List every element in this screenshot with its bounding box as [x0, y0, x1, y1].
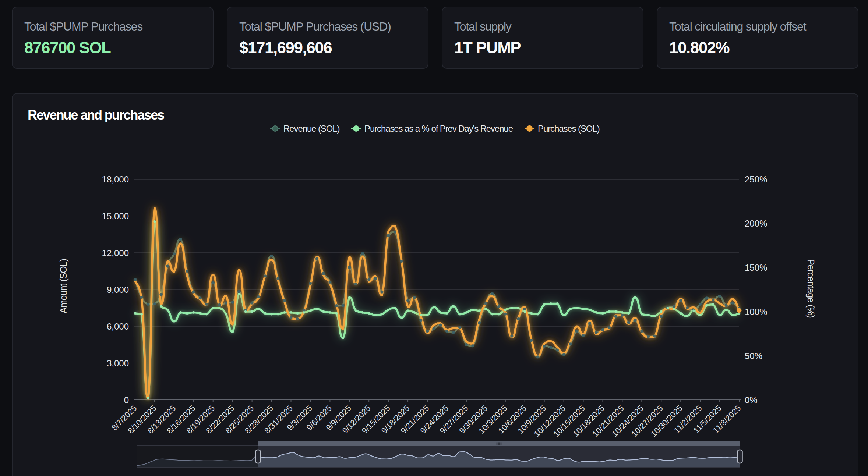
svg-text:Amount (SOL): Amount (SOL)	[58, 259, 68, 313]
svg-text:Revenue (SOL): Revenue (SOL)	[283, 124, 340, 134]
svg-text:6,000: 6,000	[107, 322, 129, 331]
svg-text:15,000: 15,000	[102, 211, 129, 221]
svg-text:9,000: 9,000	[107, 285, 129, 295]
svg-text:200%: 200%	[745, 219, 767, 228]
svg-text:150%: 150%	[745, 263, 767, 273]
svg-text:250%: 250%	[745, 174, 767, 184]
svg-text:Purchases (SOL): Purchases (SOL)	[538, 124, 600, 134]
svg-text:100%: 100%	[745, 307, 767, 317]
svg-text:18,000: 18,000	[102, 174, 129, 184]
svg-text:Purchases as a % of Prev Day's: Purchases as a % of Prev Day's Revenue	[364, 124, 513, 134]
svg-text:0%: 0%	[745, 395, 758, 405]
svg-text:12,000: 12,000	[102, 248, 129, 258]
svg-text:0: 0	[124, 395, 129, 405]
svg-text:3,000: 3,000	[107, 358, 129, 368]
svg-text:Percentage (%): Percentage (%)	[806, 259, 816, 318]
svg-text:50%: 50%	[745, 351, 762, 361]
